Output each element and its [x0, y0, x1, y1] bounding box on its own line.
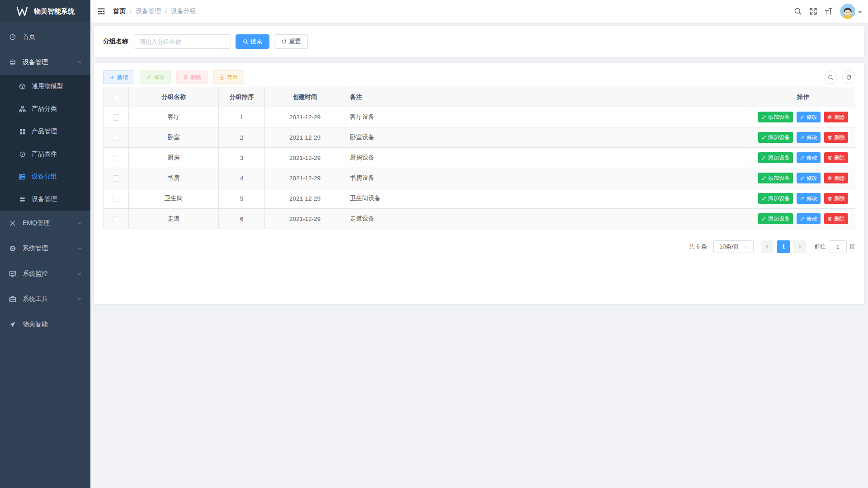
trash-icon: [827, 196, 832, 201]
page-size-select[interactable]: 10条/页: [713, 240, 754, 253]
table-header-row: 分组名称 分组排序 创建时间 备注 操作: [104, 87, 855, 107]
breadcrumb-separator: /: [165, 8, 167, 15]
row-checkbox[interactable]: [113, 114, 119, 121]
row-delete-button[interactable]: 删除: [824, 132, 848, 143]
pencil-icon: [800, 216, 805, 221]
add-device-button[interactable]: 添加设备: [758, 193, 793, 204]
cell-remark: 走道设备: [345, 209, 751, 229]
row-edit-button[interactable]: 修改: [797, 213, 821, 224]
row-delete-button[interactable]: 删除: [824, 193, 848, 204]
cell-remark: 客厅设备: [345, 107, 751, 127]
goto-label: 前往: [814, 243, 826, 251]
sidebar-item-product-category[interactable]: 产品分类: [0, 98, 90, 120]
pagination: 共 6 条 10条/页 1 前往 页: [103, 240, 855, 253]
cell-created-time: 2021-12-29: [265, 107, 345, 127]
table-row: 走道 6 2021-12-29 走道设备 添加设备 修改 删除: [104, 209, 855, 229]
sidebar-item-system-monitor[interactable]: 系统监控: [0, 261, 90, 286]
refresh-icon: [846, 75, 852, 80]
add-device-button[interactable]: 添加设备: [758, 112, 793, 122]
row-delete-button[interactable]: 删除: [824, 213, 848, 224]
page-content: 分组名称 搜索 重置 新增 修改: [90, 23, 868, 304]
trash-icon: [827, 115, 832, 120]
group-name-input[interactable]: [134, 34, 231, 49]
row-checkbox[interactable]: [113, 135, 119, 141]
row-edit-button[interactable]: 修改: [797, 193, 821, 204]
breadcrumb-separator: /: [130, 8, 132, 15]
cell-group-order: 1: [219, 107, 265, 127]
next-page-button[interactable]: [793, 240, 806, 253]
refresh-table-button[interactable]: [842, 70, 855, 84]
cell-group-name: 卫生间: [129, 188, 219, 209]
user-menu[interactable]: [840, 4, 862, 19]
font-size-icon[interactable]: [825, 7, 833, 15]
row-delete-button[interactable]: 删除: [824, 112, 848, 122]
page-number-button[interactable]: 1: [777, 240, 790, 253]
dashboard-icon: [9, 33, 16, 41]
search-button[interactable]: 搜索: [236, 34, 269, 49]
group-name-label: 分组名称: [103, 38, 128, 46]
sidebar-item-system-tool[interactable]: 系统工具: [0, 286, 90, 312]
firmware-icon: [19, 151, 26, 158]
cell-created-time: 2021-12-29: [265, 148, 345, 168]
app-logo[interactable]: 物美智能系统: [0, 0, 90, 23]
search-panel: 分组名称 搜索 重置: [94, 26, 864, 57]
sidebar-item-emq[interactable]: EMQ管理: [0, 211, 90, 236]
navbar-actions: [794, 4, 862, 19]
add-device-button[interactable]: 添加设备: [758, 173, 793, 183]
table-panel: 新增 修改 删除 导出: [94, 63, 864, 304]
table-row: 厨房 3 2021-12-29 厨房设备 添加设备 修改 删除: [104, 148, 855, 168]
monitor-icon: [9, 270, 16, 277]
col-group-order: 分组排序: [219, 87, 265, 107]
edit-button[interactable]: 修改: [140, 70, 171, 84]
sidebar-item-wumei[interactable]: 物美智能: [0, 312, 90, 337]
sidebar-item-thing-model[interactable]: 通用物模型: [0, 75, 90, 98]
add-button[interactable]: 新增: [103, 70, 134, 84]
chevron-down-icon: [77, 246, 82, 251]
prev-page-button[interactable]: [761, 240, 774, 253]
row-delete-button[interactable]: 删除: [824, 173, 848, 183]
goto-page-input[interactable]: [829, 240, 847, 253]
row-delete-button[interactable]: 删除: [824, 152, 848, 163]
reset-button[interactable]: 重置: [274, 34, 308, 49]
row-checkbox[interactable]: [113, 175, 119, 182]
sidebar-item-device-list[interactable]: 设备管理: [0, 188, 90, 211]
header-search-icon[interactable]: [794, 7, 802, 15]
sidebar: 物美智能系统 首页 设备管理 通用物模型 产品分类 产品管理: [0, 0, 90, 488]
product-category-icon: [19, 106, 26, 113]
sidebar-toggle-icon[interactable]: [97, 7, 105, 15]
delete-button[interactable]: 删除: [176, 70, 208, 84]
breadcrumb-home[interactable]: 首页: [113, 7, 126, 15]
sidebar-item-firmware[interactable]: 产品固件: [0, 143, 90, 165]
row-checkbox[interactable]: [113, 216, 119, 222]
logo-icon: [16, 6, 29, 16]
trash-icon: [827, 155, 832, 160]
search-icon: [828, 75, 834, 80]
pencil-icon: [800, 115, 805, 120]
device-manage-icon: [9, 59, 16, 66]
select-all-checkbox[interactable]: [113, 94, 119, 100]
pencil-icon: [800, 135, 805, 140]
add-device-button[interactable]: 添加设备: [758, 152, 793, 163]
toggle-search-button[interactable]: [824, 70, 837, 84]
add-device-button[interactable]: 添加设备: [758, 213, 793, 224]
row-checkbox[interactable]: [113, 155, 119, 161]
sidebar-item-device-group[interactable]: 设备分组: [0, 165, 90, 188]
add-device-button[interactable]: 添加设备: [758, 132, 793, 143]
row-checkbox[interactable]: [113, 196, 119, 202]
cell-created-time: 2021-12-29: [265, 209, 345, 229]
fullscreen-icon[interactable]: [809, 7, 817, 15]
main-area: 首页 / 设备管理 / 设备分组: [90, 0, 868, 488]
sidebar-item-device-manage[interactable]: 设备管理: [0, 50, 90, 75]
sidebar-item-home[interactable]: 首页: [0, 24, 90, 50]
sidebar-item-product-manage[interactable]: 产品管理: [0, 120, 90, 143]
row-edit-button[interactable]: 修改: [797, 152, 821, 163]
row-edit-button[interactable]: 修改: [797, 112, 821, 122]
sidebar-item-system-manage[interactable]: 系统管理: [0, 236, 90, 261]
pencil-icon: [761, 176, 766, 181]
breadcrumb: 首页 / 设备管理 / 设备分组: [113, 7, 196, 15]
export-button[interactable]: 导出: [213, 70, 244, 84]
cell-group-order: 2: [219, 127, 265, 148]
row-edit-button[interactable]: 修改: [797, 173, 821, 183]
row-edit-button[interactable]: 修改: [797, 132, 821, 143]
paper-plane-icon: [9, 321, 16, 328]
